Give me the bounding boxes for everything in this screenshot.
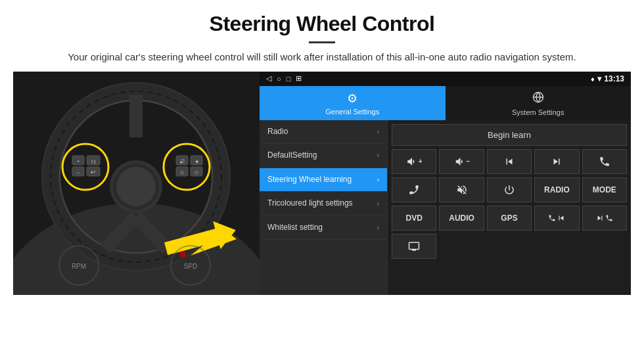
- screen-button[interactable]: [392, 234, 436, 259]
- steering-wheel-image: + – ▷| ↩ 🔊 ◇ ◈ ◇: [13, 72, 260, 295]
- phone-answer-button[interactable]: [582, 149, 627, 174]
- mute-button[interactable]: [439, 177, 484, 202]
- svg-point-12: [116, 167, 156, 206]
- control-row-2: RADIO MODE: [392, 177, 627, 202]
- settings-item-default[interactable]: DefaultSetting ›: [260, 144, 387, 168]
- audio-button[interactable]: AUDIO: [439, 206, 484, 231]
- tel-prev-button[interactable]: [534, 206, 579, 231]
- main-content: + – ▷| ↩ 🔊 ◇ ◈ ◇: [13, 72, 631, 295]
- mode-button[interactable]: MODE: [582, 177, 627, 202]
- tab-general-settings[interactable]: ⚙ General Settings: [260, 86, 446, 120]
- dvd-button[interactable]: DVD: [392, 206, 436, 231]
- tab-system-label: System Settings: [512, 108, 564, 116]
- radio-label: Radio: [267, 127, 377, 137]
- vol-down-button[interactable]: –: [439, 149, 484, 174]
- control-row-4: [392, 234, 627, 259]
- svg-text:RPM: RPM: [72, 263, 86, 270]
- svg-text:◇: ◇: [195, 169, 199, 175]
- wifi-icon: ▾: [597, 74, 601, 83]
- whitelist-label: Whitelist setting: [267, 223, 377, 233]
- mode-label: MODE: [593, 185, 616, 194]
- svg-text:SPD: SPD: [184, 263, 198, 270]
- android-panel: ◁ ○ □ ⊞ ⬧ ▾ 13:13 ⚙ General Settings: [260, 72, 631, 295]
- settings-item-whitelist[interactable]: Whitelist setting ›: [260, 216, 387, 240]
- back-icon[interactable]: ◁: [266, 74, 271, 83]
- recents-icon[interactable]: □: [287, 75, 291, 83]
- control-row-3: DVD AUDIO GPS: [392, 206, 627, 231]
- tab-general-label: General Settings: [325, 108, 379, 116]
- steering-label: Steering Wheel learning: [267, 175, 377, 185]
- next-track-button[interactable]: [534, 149, 579, 174]
- globe-icon: [532, 91, 544, 106]
- gps-button[interactable]: GPS: [487, 206, 532, 231]
- status-bar: ◁ ○ □ ⊞ ⬧ ▾ 13:13: [260, 72, 631, 86]
- status-indicators: ⬧ ▾ 13:13: [590, 74, 624, 83]
- control-panel: Begin learn + –: [388, 120, 631, 295]
- control-row-1: + –: [392, 149, 627, 174]
- header-description: Your original car's steering wheel contr…: [39, 50, 605, 65]
- svg-text:↩: ↩: [91, 169, 96, 175]
- chevron-icon: ›: [377, 200, 379, 208]
- radio-label: RADIO: [544, 185, 570, 194]
- tel-next-button[interactable]: [582, 206, 627, 231]
- svg-text:–: –: [77, 169, 80, 175]
- location-icon: ⬧: [590, 74, 595, 83]
- svg-point-38: [179, 251, 186, 257]
- hang-up-button[interactable]: [392, 177, 436, 202]
- power-button[interactable]: [487, 177, 532, 202]
- begin-learn-row: Begin learn: [392, 124, 627, 146]
- settings-list: Radio › DefaultSetting › Steering Wheel …: [260, 120, 388, 295]
- tab-bar: ⚙ General Settings System Settings: [260, 86, 631, 120]
- prev-track-button[interactable]: [487, 149, 532, 174]
- svg-text:◇: ◇: [180, 169, 185, 175]
- settings-area: Radio › DefaultSetting › Steering Wheel …: [260, 120, 631, 295]
- radio-mode-button[interactable]: RADIO: [534, 177, 579, 202]
- default-label: DefaultSetting: [267, 150, 377, 161]
- chevron-icon: ›: [377, 176, 379, 183]
- header-divider: [309, 41, 335, 43]
- page-title: Steering Wheel Control: [39, 12, 605, 36]
- chevron-icon: ›: [377, 152, 379, 159]
- tricoloured-label: Tricoloured light settings: [267, 198, 377, 209]
- svg-text:▷|: ▷|: [91, 159, 96, 164]
- tab-system-settings[interactable]: System Settings: [446, 86, 632, 120]
- gear-icon: ⚙: [347, 91, 357, 106]
- settings-item-tricoloured[interactable]: Tricoloured light settings ›: [260, 192, 387, 216]
- dvd-label: DVD: [406, 213, 423, 223]
- settings-item-steering[interactable]: Steering Wheel learning ›: [260, 168, 387, 192]
- nav-icons: ◁ ○ □ ⊞: [266, 74, 302, 83]
- settings-item-radio[interactable]: Radio ›: [260, 120, 387, 145]
- chevron-icon: ›: [377, 224, 379, 231]
- svg-text:+: +: [77, 158, 80, 164]
- svg-text:🔊: 🔊: [179, 158, 185, 164]
- chevron-icon: ›: [377, 128, 379, 135]
- clock: 13:13: [604, 74, 624, 83]
- audio-label: AUDIO: [449, 213, 474, 223]
- home-icon[interactable]: ○: [277, 75, 281, 83]
- gps-label: GPS: [501, 213, 517, 223]
- page-header: Steering Wheel Control Your original car…: [0, 0, 644, 72]
- vol-up-button[interactable]: +: [392, 149, 436, 174]
- screenshot-icon[interactable]: ⊞: [296, 74, 302, 83]
- begin-learn-button[interactable]: Begin learn: [392, 124, 627, 146]
